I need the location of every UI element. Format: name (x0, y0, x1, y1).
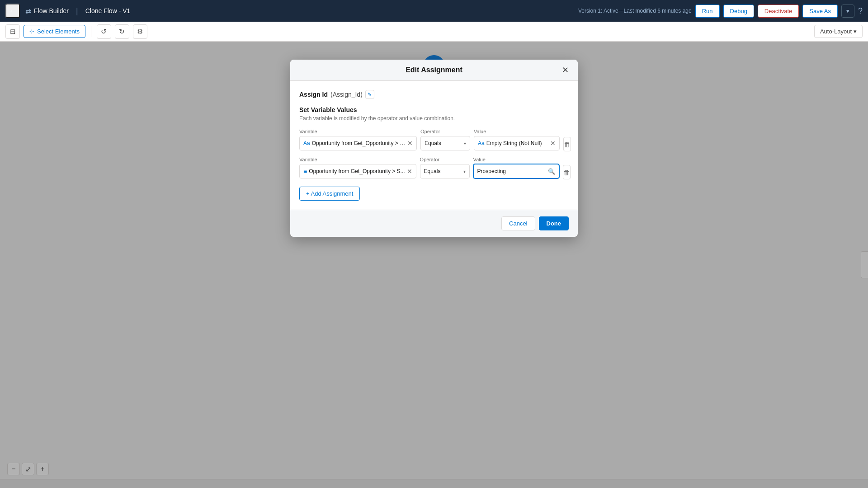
more-button[interactable]: ▾ (841, 5, 854, 18)
settings-button[interactable]: ⚙ (133, 24, 147, 39)
cancel-button[interactable]: Cancel (501, 216, 535, 230)
value-input-2[interactable]: Prospecting 🔍 (473, 164, 559, 178)
settings-icon: ⚙ (137, 28, 143, 36)
assignment-row-2: Variable ≡ Opportunity from Get_Opportun… (299, 157, 569, 179)
assign-id-section: Assign Id (Assign_Id) ✎ (299, 90, 569, 99)
variable-input-2[interactable]: ≡ Opportunity from Get_Opportunity > S..… (299, 164, 416, 178)
variable-icon-2: ≡ (303, 168, 307, 175)
delete-row-2-button[interactable]: 🗑 (563, 165, 571, 179)
add-assignment-label: + Add Assignment (306, 190, 353, 197)
operator-arrow-2: ▾ (463, 169, 466, 174)
done-button[interactable]: Done (539, 216, 569, 230)
toolbar: ⊟ ⊹ Select Elements ↺ ↻ ⚙ Auto-Layout ▾ (0, 22, 868, 42)
flow-builder-icon: ⇄ (25, 7, 31, 15)
assignment-row-1: Variable Aa Opportunity from Get_Opportu… (299, 129, 569, 151)
variable-label-2: Variable (299, 157, 416, 162)
variable-clear-1[interactable]: ✕ (407, 140, 413, 147)
back-button[interactable]: ← (5, 4, 20, 18)
set-variable-desc: Each variable is modified by the operato… (299, 115, 569, 122)
redo-icon: ↻ (119, 28, 125, 36)
value-clear-1[interactable]: ✕ (550, 140, 556, 147)
back-icon: ← (9, 6, 17, 16)
value-text-1: Empty String (Not Null) (486, 140, 548, 146)
modal-footer: Cancel Done (290, 210, 578, 237)
clone-flow-label: Clone Flow - V1 (85, 7, 131, 14)
value-field-group-1: Value Aa Empty String (Not Null) ✕ (474, 129, 560, 150)
operator-value-2: Equals (424, 168, 462, 174)
toggle-icon: ⊟ (10, 28, 16, 36)
save-as-button[interactable]: Save As (802, 5, 838, 18)
operator-label-2: Operator (420, 157, 470, 162)
auto-layout-arrow: ▾ (854, 28, 857, 35)
modal-overlay: Edit Assignment ✕ Assign Id (Assign_Id) … (0, 42, 868, 488)
debug-button[interactable]: Debug (723, 5, 754, 18)
undo-button[interactable]: ↺ (97, 24, 111, 39)
operator-field-group-1: Operator Equals ▾ (420, 129, 470, 150)
flow-builder-label: Flow Builder (34, 7, 69, 14)
run-button[interactable]: Run (695, 5, 720, 18)
delete-row-1-button[interactable]: 🗑 (563, 137, 571, 151)
toolbar-divider (91, 26, 91, 37)
assign-id-tag: (Assign_Id) (330, 91, 363, 98)
top-nav: ← ⇄ Flow Builder | Clone Flow - V1 Versi… (0, 0, 868, 22)
value-icon-1: Aa (478, 140, 485, 146)
help-button[interactable]: ? (858, 6, 863, 16)
variable-icon-1: Aa (303, 140, 310, 146)
variable-clear-2[interactable]: ✕ (407, 168, 412, 175)
set-variable-title: Set Variable Values (299, 106, 569, 113)
deactivate-button[interactable]: Deactivate (758, 5, 799, 18)
version-info: Version 1: Active—Last modified 6 minute… (578, 8, 692, 14)
variable-field-group-1: Variable Aa Opportunity from Get_Opportu… (299, 129, 417, 150)
assign-id-label: Assign Id (299, 91, 328, 98)
value-field-group-2: Value Prospecting 🔍 (473, 157, 559, 178)
redo-button[interactable]: ↻ (115, 24, 129, 39)
value-label-1: Value (474, 129, 560, 134)
auto-layout-label: Auto-Layout (820, 28, 852, 35)
modal-close-button[interactable]: ✕ (559, 64, 571, 76)
edit-assign-id-button[interactable]: ✎ (365, 90, 374, 99)
operator-select-2[interactable]: Equals ▾ (420, 164, 470, 178)
value-text-2: Prospecting (477, 168, 546, 174)
value-search-2[interactable]: 🔍 (548, 168, 555, 175)
delete-icon-2: 🗑 (563, 169, 570, 176)
operator-label-1: Operator (420, 129, 470, 134)
operator-select-1[interactable]: Equals ▾ (420, 136, 470, 150)
close-icon: ✕ (562, 65, 569, 75)
auto-layout-button[interactable]: Auto-Layout ▾ (814, 25, 863, 38)
undo-icon: ↺ (101, 28, 107, 36)
add-assignment-button[interactable]: + Add Assignment (299, 187, 360, 201)
variable-text-2: Opportunity from Get_Opportunity > S... (309, 168, 405, 174)
canvas-area: Screen Flow Start Get Opportunity (0, 42, 868, 488)
operator-arrow-1: ▾ (464, 141, 466, 146)
operator-field-group-2: Operator Equals ▾ (420, 157, 470, 178)
delete-icon-1: 🗑 (564, 141, 571, 148)
variable-field-group-2: Variable ≡ Opportunity from Get_Opportun… (299, 157, 416, 178)
modal-title: Edit Assignment (406, 66, 462, 74)
variable-label-1: Variable (299, 129, 417, 134)
nav-right-buttons: Version 1: Active—Last modified 6 minute… (578, 5, 863, 18)
variable-input-1[interactable]: Aa Opportunity from Get_Opportunity > O.… (299, 136, 417, 150)
toggle-panel-button[interactable]: ⊟ (5, 24, 20, 39)
modal-body: Assign Id (Assign_Id) ✎ Set Variable Val… (290, 81, 578, 210)
variable-text-1: Opportunity from Get_Opportunity > O... (312, 140, 406, 146)
select-elements-button[interactable]: ⊹ Select Elements (24, 25, 85, 38)
edit-assignment-modal: Edit Assignment ✕ Assign Id (Assign_Id) … (290, 60, 578, 237)
flow-builder-nav: ⇄ Flow Builder (25, 7, 69, 15)
select-icon: ⊹ (29, 28, 34, 35)
value-input-1[interactable]: Aa Empty String (Not Null) ✕ (474, 136, 560, 150)
select-elements-label: Select Elements (37, 28, 80, 35)
nav-separator: | (76, 6, 78, 16)
operator-value-1: Equals (425, 140, 462, 146)
value-label-2: Value (473, 157, 559, 162)
modal-header: Edit Assignment ✕ (290, 60, 578, 81)
